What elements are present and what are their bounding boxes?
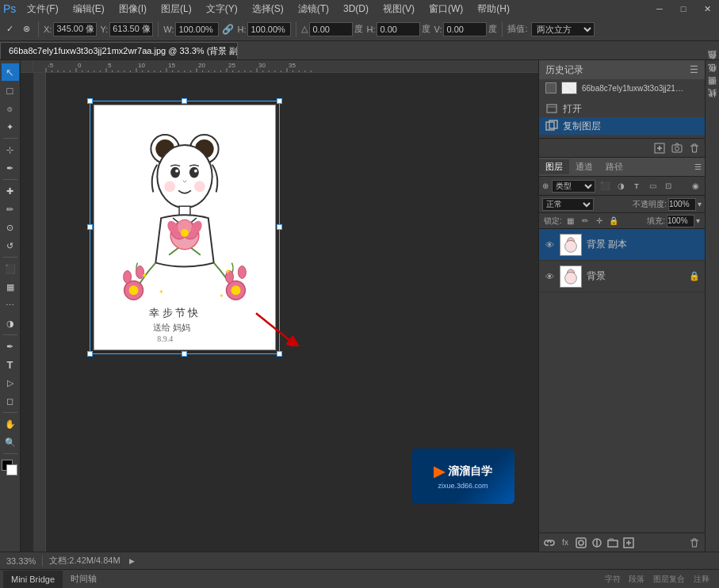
x-input[interactable] <box>53 22 97 36</box>
tool-stamp[interactable]: ⊙ <box>2 219 19 236</box>
tool-history-brush[interactable]: ↺ <box>2 237 19 254</box>
collapse-color[interactable]: 颜色 <box>705 63 719 70</box>
fill-dropdown-icon[interactable]: ▾ <box>696 216 700 225</box>
tool-marquee[interactable]: □ <box>2 82 19 99</box>
history-new-snapshot-btn[interactable] <box>652 141 667 155</box>
tool-lasso[interactable]: ⌾ <box>2 100 19 117</box>
menu-edit[interactable]: 编辑(E) <box>67 1 111 17</box>
layer-group-btn[interactable] <box>606 536 620 550</box>
tab-timeline[interactable]: 时间轴 <box>63 571 105 588</box>
tool-eraser[interactable]: ⬛ <box>2 260 19 277</box>
angle-input[interactable] <box>309 22 353 36</box>
tab-layer-comp[interactable]: 图层复合 <box>653 575 685 583</box>
menu-layer[interactable]: 图层(L) <box>155 1 198 17</box>
lock-transparent-btn[interactable]: ▦ <box>565 216 576 227</box>
layer-item-bg-copy[interactable]: 👁 背景 副本 <box>539 229 705 261</box>
layer-visibility-bg-copy[interactable]: 👁 <box>544 239 555 250</box>
v-input[interactable] <box>443 22 487 36</box>
handle-bottom-right[interactable] <box>277 351 282 357</box>
menu-text[interactable]: 文字(Y) <box>200 1 244 17</box>
filter-shape-btn[interactable]: ▭ <box>646 180 659 193</box>
tab-char[interactable]: 字符 <box>605 575 621 583</box>
opacity-dropdown-icon[interactable]: ▾ <box>698 200 702 208</box>
document-tab[interactable]: 66ba8c7ely1fuxw3t3o3jj21mx2wr7aa.jpg @ 3… <box>0 42 238 59</box>
tab-mini-bridge[interactable]: Mini Bridge <box>3 571 63 588</box>
handle-middle-left[interactable] <box>87 224 93 230</box>
h-input[interactable] <box>247 22 291 36</box>
tab-channels[interactable]: 通道 <box>569 159 599 174</box>
tool-brush[interactable]: ✏ <box>2 200 19 218</box>
tool-eyedropper[interactable]: ✒ <box>2 159 19 177</box>
filter-text-btn[interactable]: T <box>630 180 643 193</box>
history-camera-btn[interactable] <box>670 141 684 155</box>
y-input[interactable] <box>109 22 153 36</box>
collapse-swatches[interactable]: 色板 <box>705 76 719 82</box>
tool-move[interactable]: ↖ <box>2 63 19 81</box>
tab-paths[interactable]: 路径 <box>599 159 629 174</box>
tab-para[interactable]: 段落 <box>629 575 644 583</box>
handle-top-left[interactable] <box>87 98 93 104</box>
filter-type-select[interactable]: 类型 <box>552 180 595 193</box>
menu-image[interactable]: 图像(I) <box>113 1 153 17</box>
history-menu-btn[interactable]: ☰ <box>690 64 698 75</box>
menu-select[interactable]: 选择(S) <box>246 1 290 17</box>
tool-zoom[interactable]: 🔍 <box>2 433 19 451</box>
layer-visibility-bg[interactable]: 👁 <box>544 271 555 282</box>
layer-new-btn[interactable] <box>621 536 636 550</box>
handle-bottom-left[interactable] <box>87 351 93 357</box>
handle-top-center[interactable] <box>182 98 187 104</box>
tool-hand[interactable]: ✋ <box>2 415 19 433</box>
maximize-button[interactable]: □ <box>671 0 695 17</box>
collapse-adjustments[interactable]: 调整 <box>705 89 719 95</box>
close-button[interactable]: ✕ <box>695 0 719 17</box>
history-delete-btn[interactable] <box>687 141 702 155</box>
tool-crop[interactable]: ⊹ <box>2 141 19 158</box>
menu-view[interactable]: 视图(V) <box>377 1 421 17</box>
filter-toggle-btn[interactable]: ◉ <box>689 180 702 193</box>
canvas-main[interactable]: ✦ ✦ ✦ ✦ 幸 步 节 快 送给 妈妈 8.9.4 <box>46 73 538 552</box>
tool-blur[interactable]: ⋯ <box>2 296 19 314</box>
collapse-styles[interactable]: 样式 <box>705 101 719 108</box>
blend-mode-select[interactable]: 正常 <box>542 198 594 211</box>
interp-select[interactable]: 两次立方 <box>531 22 595 36</box>
lock-image-btn[interactable]: ✏ <box>579 216 591 227</box>
tab-notes[interactable]: 注释 <box>694 575 709 583</box>
lock-all-btn[interactable]: 🔒 <box>608 216 619 227</box>
layer-item-bg[interactable]: 👁 背景 🔒 <box>539 261 705 292</box>
minimize-button[interactable]: ─ <box>648 0 671 17</box>
menu-help[interactable]: 帮助(H) <box>471 1 516 17</box>
tool-text[interactable]: T <box>2 356 19 373</box>
layer-link-btn[interactable] <box>542 536 556 550</box>
tool-healing[interactable]: ✚ <box>2 182 19 200</box>
filter-pixel-btn[interactable]: ⬛ <box>599 180 611 193</box>
filter-adj-btn[interactable]: ◑ <box>614 180 627 193</box>
opacity-input[interactable] <box>668 198 696 211</box>
status-arrow-btn[interactable]: ▶ <box>127 556 138 567</box>
menu-filter[interactable]: 滤镜(T) <box>292 1 335 17</box>
tool-dodge[interactable]: ◑ <box>2 315 19 332</box>
layers-panel-menu[interactable]: ☰ <box>691 161 705 173</box>
menu-3d[interactable]: 3D(D) <box>337 2 375 16</box>
tool-path-select[interactable]: ▷ <box>2 374 19 391</box>
handle-middle-right[interactable] <box>277 224 282 230</box>
w-input[interactable] <box>175 22 219 36</box>
tool-gradient[interactable]: ▦ <box>2 278 19 296</box>
color-swatches[interactable] <box>2 460 19 477</box>
filter-smart-btn[interactable]: ⊡ <box>662 180 675 193</box>
history-item-duplicate[interactable]: 复制图层 <box>539 117 705 135</box>
menu-file[interactable]: 文件(F) <box>21 1 64 17</box>
transform-cancel-btn[interactable]: ⊗ <box>20 22 33 36</box>
layer-delete-btn[interactable] <box>687 536 702 550</box>
menu-window[interactable]: 窗口(W) <box>423 1 469 17</box>
handle-bottom-center[interactable] <box>182 351 187 357</box>
tool-pen[interactable]: ✒ <box>2 338 19 355</box>
h2-input[interactable] <box>377 22 420 36</box>
lock-position-btn[interactable]: ✛ <box>594 216 605 227</box>
handle-top-right[interactable] <box>277 98 282 104</box>
layer-fx-btn[interactable]: fx <box>558 536 572 550</box>
layer-adj-btn[interactable] <box>590 536 604 550</box>
tool-wand[interactable]: ✦ <box>2 118 19 136</box>
transform-confirm-btn[interactable]: ✓ <box>3 22 17 36</box>
layer-mask-btn[interactable] <box>574 536 588 550</box>
fill-input[interactable] <box>667 215 694 227</box>
